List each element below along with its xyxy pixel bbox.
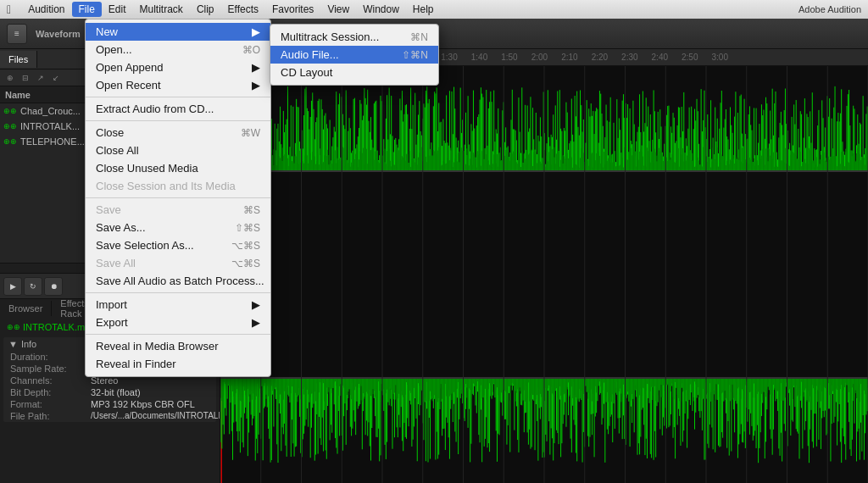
menubar-item-clip[interactable]: Clip [190, 2, 221, 17]
new-submenu: Multitrack Session...⌘NAudio File...⇧⌘NC… [270, 24, 439, 86]
menu-item-shortcut: ⇧⌘S [235, 222, 260, 234]
menubar-item-help[interactable]: Help [406, 2, 441, 17]
submenu-item-label: Multitrack Session... [281, 31, 397, 43]
menu-item-label: Save Selection As... [96, 239, 218, 252]
menu-item-label: Extract Audio from CD... [96, 103, 260, 115]
menu-item-label: Save All [96, 257, 218, 269]
submenu-item-shortcut: ⌘N [410, 31, 428, 43]
menu-item-reveal-media[interactable]: Reveal in Media Browser [86, 337, 270, 355]
submenu-arrow-icon: ▶ [252, 298, 260, 311]
menu-item-close-unused[interactable]: Close Unused Media [86, 159, 270, 177]
menu-item-export[interactable]: Export▶ [86, 314, 270, 331]
menubar-item-favorites[interactable]: Favorites [265, 2, 320, 17]
submenu-item-label: Audio File... [281, 48, 388, 61]
apple-logo-icon:  [7, 3, 11, 16]
submenu-item-multitrack[interactable]: Multitrack Session...⌘N [270, 28, 438, 46]
menubar-item-effects[interactable]: Effects [221, 2, 265, 17]
submenu-item-label: CD Layout [281, 66, 428, 79]
menu-item-close-all[interactable]: Close All [86, 142, 270, 159]
menu-item-label: Save [96, 203, 230, 216]
submenu-arrow-icon: ▶ [252, 79, 260, 92]
menu-item-import[interactable]: Import▶ [86, 296, 270, 314]
menu-item-shortcut: ⌥⌘S [231, 258, 260, 269]
menu-item-label: Open... [96, 43, 229, 56]
submenu-item-shortcut: ⇧⌘N [402, 49, 428, 61]
menu-item-shortcut: ⌘S [243, 204, 260, 216]
menu-item-save-selection[interactable]: Save Selection As...⌥⌘S [86, 236, 270, 254]
menu-item-save-batch[interactable]: Save All Audio as Batch Process... [86, 272, 270, 290]
menu-item-label: New [96, 25, 245, 38]
menu-item-shortcut: ⌘O [242, 44, 260, 56]
menu-item-label: Reveal in Media Browser [96, 340, 260, 353]
menubar-item-file[interactable]: File [72, 2, 102, 17]
menu-item-label: Open Recent [96, 79, 245, 92]
menu-item-label: Save All Audio as Batch Process... [96, 275, 264, 287]
menu-item-close-session: Close Session and Its Media [86, 177, 270, 195]
menubar-item-window[interactable]: Window [356, 2, 406, 17]
menu-item-save-all: Save All⌥⌘S [86, 254, 270, 272]
submenu-arrow-icon: ▶ [252, 61, 260, 74]
menu-separator [86, 197, 270, 198]
submenu-item-audio-file[interactable]: Audio File...⇧⌘N [270, 46, 438, 64]
file-menu: New▶Open...⌘OOpen Append▶Open Recent▶Ext… [85, 19, 271, 377]
menu-item-label: Close Session and Its Media [96, 180, 260, 192]
menu-separator [86, 292, 270, 293]
menubar-item-edit[interactable]: Edit [102, 2, 133, 17]
menu-item-open-append[interactable]: Open Append▶ [86, 58, 270, 76]
submenu-arrow-icon: ▶ [252, 316, 260, 329]
menu-separator [86, 97, 270, 97]
menu-item-label: Save As... [96, 221, 221, 234]
menu-item-shortcut: ⌘W [241, 127, 260, 139]
menu-item-reveal-finder[interactable]: Reveal in Finder [86, 355, 270, 373]
menu-item-extract-audio[interactable]: Extract Audio from CD... [86, 100, 270, 118]
menu-item-save: Save⌘S [86, 201, 270, 219]
submenu-arrow-icon: ▶ [252, 25, 260, 38]
menu-item-label: Open Append [96, 61, 245, 74]
submenu-item-cd-layout[interactable]: CD Layout [270, 64, 438, 81]
menu-separator [86, 334, 270, 335]
menu-item-close[interactable]: Close⌘W [86, 124, 270, 142]
menubar-item-multitrack[interactable]: Multitrack [133, 2, 190, 17]
menubar-item-audition[interactable]: Audition [21, 2, 71, 17]
menu-item-label: Import [96, 298, 245, 311]
menu-item-label: Close Unused Media [96, 162, 260, 175]
menu-item-shortcut: ⌥⌘S [231, 240, 260, 252]
app-title: Adobe Audition [798, 4, 861, 14]
menu-item-new[interactable]: New▶ [86, 23, 270, 41]
menubar:  Audition File Edit Multitrack Clip Eff… [0, 0, 868, 19]
menu-item-label: Close All [96, 144, 260, 157]
menu-item-label: Reveal in Finder [96, 358, 260, 370]
menubar-item-view[interactable]: View [320, 2, 356, 17]
menu-item-label: Export [96, 316, 245, 329]
menu-separator [86, 120, 270, 121]
menu-item-label: Close [96, 126, 227, 139]
menu-item-open-recent[interactable]: Open Recent▶ [86, 76, 270, 94]
menu-item-save-as[interactable]: Save As...⇧⌘S [86, 219, 270, 236]
menu-item-open[interactable]: Open...⌘O [86, 41, 270, 58]
